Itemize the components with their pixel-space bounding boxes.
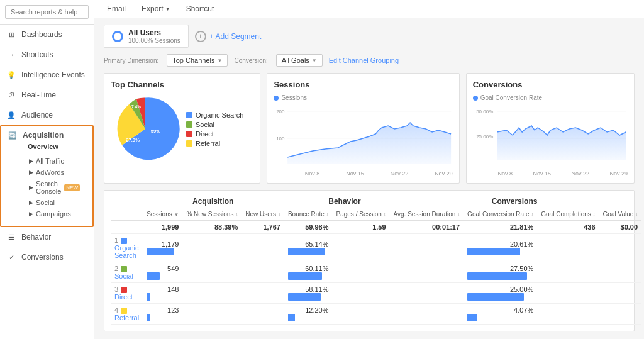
col-header-new-users[interactable]: New Users ↕ [242, 208, 284, 221]
row-2-sessions: 549 [143, 262, 182, 283]
sidebar-sub-social[interactable]: ▶Social [23, 197, 86, 208]
sessions-chart-title: Sessions [274, 80, 452, 89]
conv-x-axis: ... Nov 8 Nov 15 Nov 22 Nov 29 [473, 170, 628, 177]
svg-text:25.00%: 25.00% [476, 134, 493, 140]
row-1-pages [333, 234, 390, 262]
col-header-bounce[interactable]: Bounce Rate ↕ [284, 208, 333, 221]
table-row: 4Referral 123 12.20% 4.07% [111, 304, 641, 325]
legend-dot-social [186, 121, 192, 128]
pie-legend: Organic Search Social Direct Referr [186, 111, 243, 147]
shortcut-button[interactable]: Shortcut [183, 3, 218, 14]
sidebar-item-intelligence[interactable]: 💡 Intelligence Events [0, 65, 94, 85]
sidebar-sub-adwords[interactable]: ▶AdWords [23, 167, 86, 178]
sidebar-item-realtime[interactable]: ⏱ Real-Time [0, 85, 94, 105]
segment-circle-icon [112, 31, 123, 42]
total-pages: 1.59 [333, 221, 390, 234]
data-table: Sessions ▼ % New Sessions ↕ New Users ↕ … [111, 208, 641, 325]
sidebar-sub-campaigns[interactable]: ▶Campaigns [23, 208, 86, 220]
row-2-pages [333, 262, 390, 283]
row-3-bounce: 58.11% [284, 283, 333, 304]
col-header-pct-new[interactable]: % New Sessions ↕ [182, 208, 242, 221]
total-label [111, 221, 143, 234]
legend-item-organic: Organic Search [186, 111, 243, 119]
add-segment-icon: + [195, 31, 206, 42]
conversions-icon: ✓ [6, 252, 16, 262]
row-4-sessions: 123 [143, 304, 182, 325]
total-pct-new: 88.39% [182, 221, 242, 234]
legend-dot-organic [186, 112, 192, 118]
row-4-goal-rate: 4.07% [464, 304, 537, 325]
audience-icon: 👤 [6, 110, 16, 120]
organic-search-link[interactable]: Organic Search [114, 244, 139, 259]
col-header-sessions[interactable]: Sessions ▼ [143, 208, 182, 221]
col-header-goal-value[interactable]: Goal Value ↕ [599, 208, 642, 221]
sessions-chart-card: Sessions Sessions 200 100 [267, 73, 459, 184]
email-button[interactable]: Email [104, 3, 129, 14]
direct-link[interactable]: Direct [114, 293, 133, 301]
row-3-goal-rate: 25.00% [464, 283, 537, 304]
col-header-goal-rate[interactable]: Goal Conversion Rate ↕ [464, 208, 537, 221]
conversion-dropdown[interactable]: All Goals ▼ [276, 54, 323, 67]
section-header-acquisition: Acquisition [192, 197, 328, 206]
sessions-legend-dot [274, 96, 279, 101]
export-button[interactable]: Export▼ [138, 3, 174, 14]
edit-channel-grouping-link[interactable]: Edit Channel Grouping [329, 57, 399, 64]
add-segment-button[interactable]: + + Add Segment [195, 31, 261, 42]
sidebar-item-behavior[interactable]: ☰ Behavior [0, 227, 94, 247]
row-2-goal-comp [537, 262, 599, 283]
legend-dot-direct [186, 131, 192, 137]
conversion-label: Conversion: [234, 57, 267, 64]
sidebar-item-audience[interactable]: 👤 Audience [0, 105, 94, 125]
total-goal-rate: 21.81% [464, 221, 537, 234]
segment-name: All Users [128, 28, 180, 37]
social-link[interactable]: Social [114, 272, 133, 280]
primary-dimension-dropdown[interactable]: Top Channels ▼ [167, 54, 228, 67]
total-bounce: 59.98% [284, 221, 333, 234]
col-header-pages[interactable]: Pages / Session ↕ [333, 208, 390, 221]
row-1-channel: 1Organic Search [111, 234, 143, 262]
sidebar-item-acquisition[interactable]: 🔄 Acquisition Overview ▶All Traffic ▶AdW… [0, 125, 94, 227]
legend-item-direct: Direct [186, 130, 243, 138]
acquisition-sub-menu: ▶All Traffic ▶AdWords ▶Search ConsoleNEW… [10, 153, 86, 222]
row-2-goal-value [599, 262, 642, 283]
sidebar-overview-link[interactable]: Overview [10, 140, 86, 153]
sidebar: ⊞ Dashboards → Shortcuts 💡 Intelligence … [0, 0, 94, 339]
sidebar-item-conversions[interactable]: ✓ Conversions [0, 247, 94, 267]
svg-text:200: 200 [277, 109, 286, 114]
col-header-duration[interactable]: Avg. Session Duration ↕ [390, 208, 464, 221]
col-header-goal-comp[interactable]: Goal Completions ↕ [537, 208, 599, 221]
row-3-channel: 3Direct [111, 283, 143, 304]
row-3-duration [390, 283, 464, 304]
sessions-legend: Sessions [274, 94, 452, 101]
conversions-chart-card: Conversions Goal Conversion Rate 50.00% … [466, 73, 635, 184]
svg-text:50.00%: 50.00% [476, 109, 493, 114]
row-4-pages [333, 304, 390, 325]
sidebar-sub-all-traffic[interactable]: ▶All Traffic [23, 155, 86, 167]
row-3-goal-comp [537, 283, 599, 304]
sidebar-sub-search-console[interactable]: ▶Search ConsoleNEW [23, 178, 86, 197]
pie-area: 59% 27.9% 7.4% Organic Search Social [111, 94, 253, 164]
search-input[interactable] [5, 5, 89, 19]
primary-dimension-label: Primary Dimension: [104, 57, 158, 64]
all-users-segment[interactable]: All Users 100.00% Sessions [104, 25, 189, 48]
sidebar-item-shortcuts[interactable]: → Shortcuts [0, 45, 94, 65]
pie-label-organic: 59% [151, 128, 161, 134]
toolbar: Email Export▼ Shortcut [94, 0, 644, 18]
charts-row: Top Channels 59% 27.9% 7.4% [104, 73, 635, 184]
search-area [0, 0, 94, 25]
conversion-dropdown-arrow: ▼ [312, 58, 317, 64]
sidebar-item-dashboards[interactable]: ⊞ Dashboards [0, 25, 94, 45]
conv-legend-dot [473, 96, 478, 101]
conversions-chart-title: Conversions [473, 80, 628, 89]
referral-link[interactable]: Referral [114, 314, 139, 321]
row-4-goal-comp [537, 304, 599, 325]
dropdowns-bar: Primary Dimension: Top Channels ▼ Conver… [104, 54, 635, 67]
row-1-goal-value [599, 234, 642, 262]
row-1-duration [390, 234, 464, 262]
row-4-new-users [242, 304, 284, 325]
row-2-channel: 2Social [111, 262, 143, 283]
row-3-pct-new [182, 283, 242, 304]
row-4-channel: 4Referral [111, 304, 143, 325]
table-row: 3Direct 148 58.11% 25.00% [111, 283, 641, 304]
table-header-row: Sessions ▼ % New Sessions ↕ New Users ↕ … [111, 208, 641, 221]
